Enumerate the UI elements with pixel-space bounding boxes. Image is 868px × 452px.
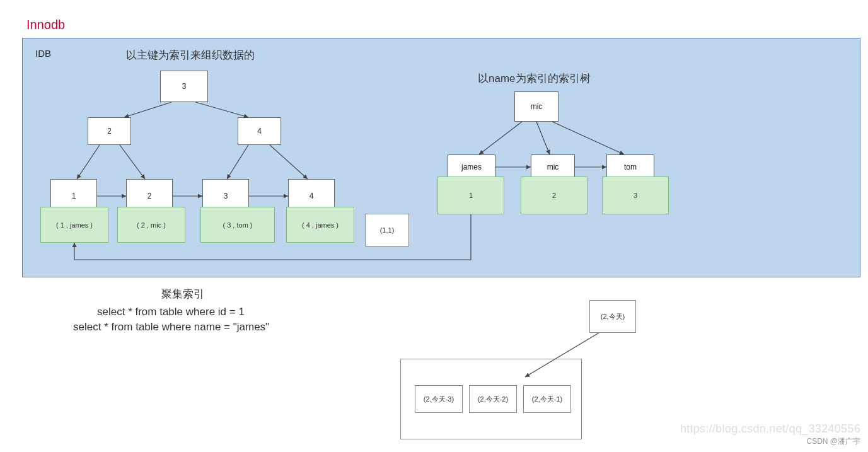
name-root: mic <box>514 91 558 122</box>
footer-heading: 聚集索引 <box>161 287 204 301</box>
name-leaf-data-0: 1 <box>437 177 504 214</box>
pk-leaf-data-3: ( 4 , james ) <box>286 207 354 243</box>
pk-l2-1: 4 <box>238 117 281 145</box>
title-innodb: Innodb <box>26 18 65 32</box>
footer-sql-2: select * from table where name = "james" <box>73 321 269 333</box>
idb-label: IDB <box>35 48 51 59</box>
pk-l2-0: 2 <box>88 117 131 145</box>
footer-sql-1: select * from table where id = 1 <box>97 306 245 318</box>
bottom-child-0: (2,今天-3) <box>415 385 463 413</box>
pk-leaf-data-1: ( 2 , mic ) <box>117 207 185 243</box>
pk-leaf-data-2: ( 3 , tom ) <box>200 207 275 243</box>
watermark-author: CSDN @潘广宇 <box>806 436 860 447</box>
name-leaf-data-1: 2 <box>521 177 587 214</box>
pk-root: 3 <box>160 71 208 102</box>
watermark-url: https://blog.csdn.net/qq_33240556 <box>680 422 860 436</box>
name-leaf-key-1: mic <box>531 154 575 180</box>
name-tree-heading: 以name为索引的索引树 <box>478 71 591 86</box>
pk-extra-box: (1,1) <box>365 214 409 246</box>
name-leaf-data-2: 3 <box>602 177 669 214</box>
pk-leaf-data-0: ( 1 , james ) <box>40 207 108 243</box>
name-leaf-key-2: tom <box>606 154 654 180</box>
bottom-child-1: (2,今天-2) <box>469 385 517 413</box>
bottom-parent: (2,今天) <box>589 300 636 333</box>
primary-tree-heading: 以主键为索引来组织数据的 <box>126 48 255 62</box>
name-leaf-key-0: james <box>448 154 495 180</box>
bottom-child-2: (2,今天-1) <box>523 385 571 413</box>
